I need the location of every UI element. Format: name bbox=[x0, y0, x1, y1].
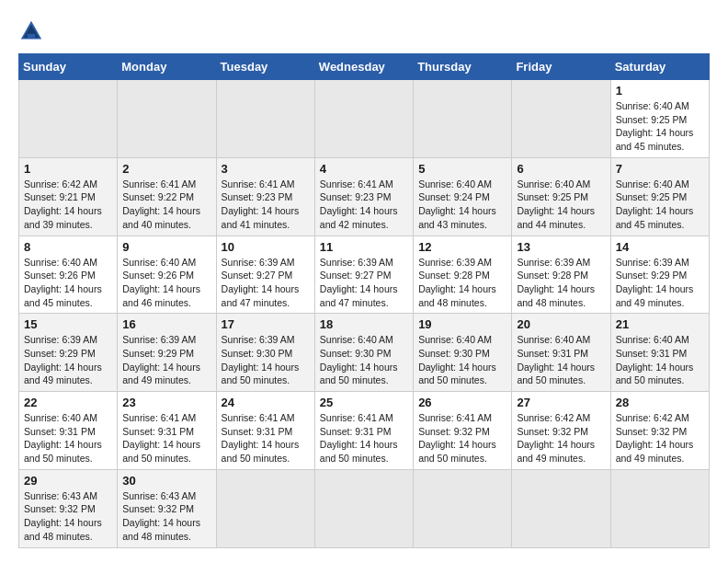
calendar-cell: 13Sunrise: 6:39 AM Sunset: 9:28 PM Dayli… bbox=[512, 236, 610, 314]
day-number: 27 bbox=[517, 396, 605, 409]
day-info: Sunrise: 6:39 AM Sunset: 9:28 PM Dayligh… bbox=[517, 256, 605, 310]
calendar-cell: 2Sunrise: 6:41 AM Sunset: 9:22 PM Daylig… bbox=[118, 157, 216, 236]
day-number: 14 bbox=[616, 240, 704, 254]
calendar-cell: 24Sunrise: 6:41 AM Sunset: 9:31 PM Dayli… bbox=[216, 392, 314, 470]
calendar-cell: 23Sunrise: 6:41 AM Sunset: 9:31 PM Dayli… bbox=[118, 392, 216, 470]
day-info: Sunrise: 6:41 AM Sunset: 9:22 PM Dayligh… bbox=[122, 178, 210, 232]
day-info: Sunrise: 6:43 AM Sunset: 9:32 PM Dayligh… bbox=[24, 489, 112, 544]
svg-rect-2 bbox=[28, 34, 35, 38]
calendar-cell: 1Sunrise: 6:42 AM Sunset: 9:21 PM Daylig… bbox=[19, 157, 118, 236]
calendar-cell bbox=[216, 469, 314, 547]
day-number: 28 bbox=[616, 396, 704, 409]
calendar-header-monday: Monday bbox=[118, 54, 216, 80]
calendar-cell: 12Sunrise: 6:39 AM Sunset: 9:28 PM Dayli… bbox=[414, 236, 512, 314]
calendar-header-saturday: Saturday bbox=[610, 54, 709, 80]
day-info: Sunrise: 6:40 AM Sunset: 9:25 PM Dayligh… bbox=[616, 99, 704, 154]
day-number: 25 bbox=[320, 396, 408, 409]
day-info: Sunrise: 6:40 AM Sunset: 9:26 PM Dayligh… bbox=[122, 256, 210, 310]
day-info: Sunrise: 6:42 AM Sunset: 9:32 PM Dayligh… bbox=[616, 411, 704, 465]
day-number: 16 bbox=[122, 317, 210, 331]
day-number: 23 bbox=[122, 396, 210, 409]
calendar-cell: 15Sunrise: 6:39 AM Sunset: 9:29 PM Dayli… bbox=[19, 314, 118, 392]
calendar-cell: 4Sunrise: 6:41 AM Sunset: 9:23 PM Daylig… bbox=[314, 157, 413, 236]
day-number: 3 bbox=[222, 162, 310, 176]
calendar-cell: 11Sunrise: 6:39 AM Sunset: 9:27 PM Dayli… bbox=[314, 236, 413, 314]
calendar-cell bbox=[414, 80, 512, 158]
day-info: Sunrise: 6:40 AM Sunset: 9:31 PM Dayligh… bbox=[616, 333, 704, 387]
calendar-cell: 7Sunrise: 6:40 AM Sunset: 9:25 PM Daylig… bbox=[610, 157, 709, 236]
calendar-cell: 18Sunrise: 6:40 AM Sunset: 9:30 PM Dayli… bbox=[314, 314, 413, 392]
day-info: Sunrise: 6:40 AM Sunset: 9:25 PM Dayligh… bbox=[616, 178, 704, 232]
calendar-cell: 19Sunrise: 6:40 AM Sunset: 9:30 PM Dayli… bbox=[414, 314, 512, 392]
calendar-cell bbox=[314, 80, 413, 158]
day-info: Sunrise: 6:42 AM Sunset: 9:32 PM Dayligh… bbox=[517, 411, 605, 465]
header bbox=[18, 18, 710, 44]
calendar-cell: 21Sunrise: 6:40 AM Sunset: 9:31 PM Dayli… bbox=[610, 314, 709, 392]
logo-icon bbox=[18, 18, 44, 44]
logo bbox=[18, 18, 48, 44]
calendar-week-row: 22Sunrise: 6:40 AM Sunset: 9:31 PM Dayli… bbox=[19, 392, 710, 470]
day-number: 2 bbox=[122, 162, 210, 176]
calendar-week-row: 8Sunrise: 6:40 AM Sunset: 9:26 PM Daylig… bbox=[19, 236, 710, 314]
day-info: Sunrise: 6:40 AM Sunset: 9:25 PM Dayligh… bbox=[517, 178, 605, 232]
calendar-cell: 30Sunrise: 6:43 AM Sunset: 9:32 PM Dayli… bbox=[118, 469, 216, 547]
calendar-cell bbox=[216, 80, 314, 158]
calendar-cell: 26Sunrise: 6:41 AM Sunset: 9:32 PM Dayli… bbox=[414, 392, 512, 470]
day-info: Sunrise: 6:40 AM Sunset: 9:31 PM Dayligh… bbox=[24, 411, 112, 465]
day-number: 29 bbox=[24, 474, 112, 488]
day-number: 17 bbox=[222, 317, 310, 331]
day-number: 12 bbox=[418, 240, 506, 254]
calendar-week-row: 29Sunrise: 6:43 AM Sunset: 9:32 PM Dayli… bbox=[19, 469, 710, 547]
calendar-cell: 29Sunrise: 6:43 AM Sunset: 9:32 PM Dayli… bbox=[19, 469, 118, 547]
day-number: 1 bbox=[24, 162, 112, 176]
calendar-header-row: SundayMondayTuesdayWednesdayThursdayFrid… bbox=[19, 54, 710, 80]
day-info: Sunrise: 6:39 AM Sunset: 9:27 PM Dayligh… bbox=[320, 256, 408, 310]
calendar-cell bbox=[118, 80, 216, 158]
calendar-cell: 17Sunrise: 6:39 AM Sunset: 9:30 PM Dayli… bbox=[216, 314, 314, 392]
day-number: 8 bbox=[24, 240, 112, 254]
day-number: 22 bbox=[24, 396, 112, 409]
calendar-cell bbox=[314, 469, 413, 547]
day-info: Sunrise: 6:39 AM Sunset: 9:29 PM Dayligh… bbox=[122, 333, 210, 387]
calendar-cell bbox=[512, 469, 610, 547]
calendar-week-row: 1Sunrise: 6:42 AM Sunset: 9:21 PM Daylig… bbox=[19, 157, 710, 236]
calendar-cell: 3Sunrise: 6:41 AM Sunset: 9:23 PM Daylig… bbox=[216, 157, 314, 236]
calendar: SundayMondayTuesdayWednesdayThursdayFrid… bbox=[18, 53, 710, 548]
calendar-week-row: 15Sunrise: 6:39 AM Sunset: 9:29 PM Dayli… bbox=[19, 314, 710, 392]
calendar-cell: 14Sunrise: 6:39 AM Sunset: 9:29 PM Dayli… bbox=[610, 236, 709, 314]
calendar-header-thursday: Thursday bbox=[414, 54, 512, 80]
day-number: 26 bbox=[418, 396, 506, 409]
day-info: Sunrise: 6:39 AM Sunset: 9:27 PM Dayligh… bbox=[222, 256, 310, 310]
day-info: Sunrise: 6:42 AM Sunset: 9:21 PM Dayligh… bbox=[24, 178, 112, 232]
day-number: 13 bbox=[517, 240, 605, 254]
day-number: 7 bbox=[616, 162, 704, 176]
day-info: Sunrise: 6:39 AM Sunset: 9:29 PM Dayligh… bbox=[616, 256, 704, 310]
calendar-cell: 1Sunrise: 6:40 AM Sunset: 9:25 PM Daylig… bbox=[610, 80, 709, 158]
calendar-header-sunday: Sunday bbox=[19, 54, 118, 80]
day-number: 1 bbox=[616, 84, 704, 98]
day-number: 15 bbox=[24, 317, 112, 331]
calendar-header-friday: Friday bbox=[512, 54, 610, 80]
calendar-header-tuesday: Tuesday bbox=[216, 54, 314, 80]
day-info: Sunrise: 6:40 AM Sunset: 9:30 PM Dayligh… bbox=[320, 333, 408, 387]
calendar-cell: 22Sunrise: 6:40 AM Sunset: 9:31 PM Dayli… bbox=[19, 392, 118, 470]
day-number: 19 bbox=[418, 317, 506, 331]
day-number: 5 bbox=[418, 162, 506, 176]
day-info: Sunrise: 6:41 AM Sunset: 9:23 PM Dayligh… bbox=[222, 178, 310, 232]
calendar-cell bbox=[610, 469, 709, 547]
day-number: 21 bbox=[616, 317, 704, 331]
calendar-cell bbox=[19, 80, 118, 158]
calendar-cell: 25Sunrise: 6:41 AM Sunset: 9:31 PM Dayli… bbox=[314, 392, 413, 470]
day-number: 30 bbox=[122, 474, 210, 488]
day-info: Sunrise: 6:39 AM Sunset: 9:30 PM Dayligh… bbox=[222, 333, 310, 387]
day-number: 9 bbox=[122, 240, 210, 254]
calendar-header-wednesday: Wednesday bbox=[314, 54, 413, 80]
calendar-cell: 8Sunrise: 6:40 AM Sunset: 9:26 PM Daylig… bbox=[19, 236, 118, 314]
day-info: Sunrise: 6:41 AM Sunset: 9:31 PM Dayligh… bbox=[222, 411, 310, 465]
day-info: Sunrise: 6:40 AM Sunset: 9:24 PM Dayligh… bbox=[418, 178, 506, 232]
day-info: Sunrise: 6:39 AM Sunset: 9:29 PM Dayligh… bbox=[24, 333, 112, 387]
day-number: 4 bbox=[320, 162, 408, 176]
day-info: Sunrise: 6:40 AM Sunset: 9:26 PM Dayligh… bbox=[24, 256, 112, 310]
day-number: 11 bbox=[320, 240, 408, 254]
day-info: Sunrise: 6:40 AM Sunset: 9:31 PM Dayligh… bbox=[517, 333, 605, 387]
